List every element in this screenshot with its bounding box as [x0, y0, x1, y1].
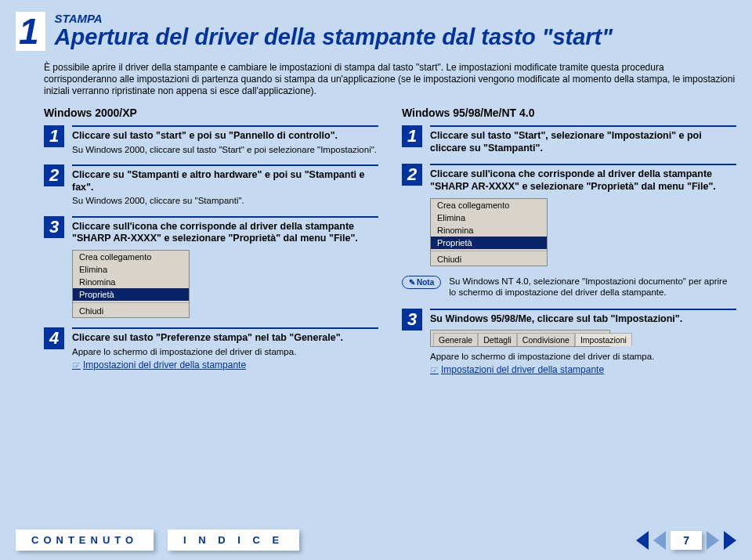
step-row: 3 Cliccare sull'icona che corrisponde al…	[44, 216, 378, 318]
step-number: 2	[402, 164, 422, 186]
menu-item: Rinomina	[73, 276, 189, 288]
index-button[interactable]: I N D I C E	[168, 529, 299, 551]
menu-item: Crea collegamento	[73, 251, 189, 263]
step-title: Cliccare sul tasto "Preferenze stampa" n…	[72, 332, 378, 345]
menu-item: Chiudi	[73, 305, 189, 317]
driver-settings-link[interactable]: ☞Impostazioni del driver della stampante	[72, 359, 246, 370]
driver-settings-link[interactable]: ☞Impostazioni del driver della stampante	[430, 364, 604, 375]
section-title-small: STAMPA	[55, 12, 613, 25]
step-number: 3	[402, 309, 422, 331]
step-title: Su Windows 95/98/Me, cliccare sul tab "I…	[430, 313, 736, 326]
prev-chapter-icon[interactable]	[636, 531, 649, 550]
intro-text: È possibile aprire il driver della stamp…	[44, 62, 736, 97]
step-row: 1 Cliccare sul tasto "Start", selezionar…	[402, 125, 736, 154]
prev-page-icon[interactable]	[653, 531, 666, 550]
step-number: 2	[44, 164, 64, 186]
step-number: 4	[44, 327, 64, 349]
section-title-big: Apertura del driver della stampante dal …	[55, 25, 613, 49]
tabs-screenshot: Generale Dettagli Condivisione Impostazi…	[430, 330, 610, 347]
step-title: Cliccare su "Stampanti e altro hardware"…	[72, 169, 378, 193]
context-menu-screenshot: Crea collegamento Elimina Rinomina Propr…	[430, 198, 548, 266]
step-title: Cliccare sull'icona che corrisponde al d…	[72, 221, 378, 245]
step-desc: Appare lo schermo di impostazione del dr…	[72, 346, 378, 357]
menu-item: Elimina	[73, 263, 189, 276]
section-number: 1	[16, 12, 45, 51]
tab-label: Generale	[433, 333, 478, 346]
menu-separator	[73, 302, 189, 303]
step-title: Cliccare sul tasto "Start", selezionare …	[430, 130, 736, 154]
menu-separator	[431, 251, 547, 251]
step-row: 3 Su Windows 95/98/Me, cliccare sul tab …	[402, 309, 736, 375]
step-row: 4 Cliccare sul tasto "Preferenze stampa"…	[44, 327, 378, 370]
note-label: Nota	[417, 278, 434, 287]
column-left: Windows 2000/XP 1 Cliccare sul tasto "st…	[44, 107, 378, 385]
step-number: 1	[44, 125, 64, 147]
step-row: 2 Cliccare sull'icona che corrisponde al…	[402, 164, 736, 266]
menu-item-selected: Proprietà	[431, 237, 547, 249]
step-number: 3	[44, 216, 64, 238]
note-text: Su Windows NT 4.0, selezionare "Impostaz…	[449, 276, 736, 298]
tab-label: Dettagli	[478, 333, 517, 346]
note-badge: ✎Nota	[402, 276, 441, 289]
page-number: 7	[671, 531, 702, 550]
menu-item-selected: Proprietà	[73, 288, 189, 301]
menu-item: Crea collegamento	[431, 199, 547, 211]
link-text: Impostazioni del driver della stampante	[83, 359, 246, 370]
column-right: Windows 95/98/Me/NT 4.0 1 Cliccare sul t…	[402, 107, 736, 385]
os-title-right: Windows 95/98/Me/NT 4.0	[402, 107, 736, 119]
step-desc: Appare lo schermo di impostazione del dr…	[430, 351, 736, 362]
step-title: Cliccare sull'icona che corrisponde al d…	[430, 168, 736, 193]
step-desc: Su Windows 2000, cliccare su "Stampanti"…	[72, 195, 378, 206]
link-text: Impostazioni del driver della stampante	[441, 364, 604, 375]
pointer-icon: ☞	[72, 359, 81, 370]
menu-item: Elimina	[431, 211, 547, 224]
tab-label-active: Impostazioni	[575, 333, 632, 346]
page-nav: 7	[636, 531, 736, 550]
pointer-icon: ☞	[430, 364, 439, 375]
step-desc: Su Windows 2000, cliccare sul tasto "Sta…	[72, 144, 378, 155]
menu-item: Rinomina	[431, 224, 547, 237]
step-number: 1	[402, 125, 422, 147]
footer: CONTENUTO I N D I C E 7	[16, 529, 736, 551]
page-header: 1 STAMPA Apertura del driver della stamp…	[16, 12, 736, 51]
step-row: 1 Cliccare sul tasto "start" e poi su "P…	[44, 125, 378, 155]
step-row: 2 Cliccare su "Stampanti e altro hardwar…	[44, 164, 378, 207]
next-chapter-icon[interactable]	[724, 531, 736, 550]
pencil-icon: ✎	[409, 278, 415, 287]
os-title-left: Windows 2000/XP	[44, 107, 378, 119]
step-title: Cliccare sul tasto "start" e poi su "Pan…	[72, 130, 378, 143]
tab-label: Condivisione	[517, 333, 575, 346]
menu-item: Chiudi	[431, 253, 547, 266]
contents-button[interactable]: CONTENUTO	[16, 529, 154, 551]
next-page-icon[interactable]	[707, 531, 719, 550]
note-box: ✎Nota Su Windows NT 4.0, selezionare "Im…	[402, 276, 736, 298]
context-menu-screenshot: Crea collegamento Elimina Rinomina Propr…	[72, 250, 190, 318]
